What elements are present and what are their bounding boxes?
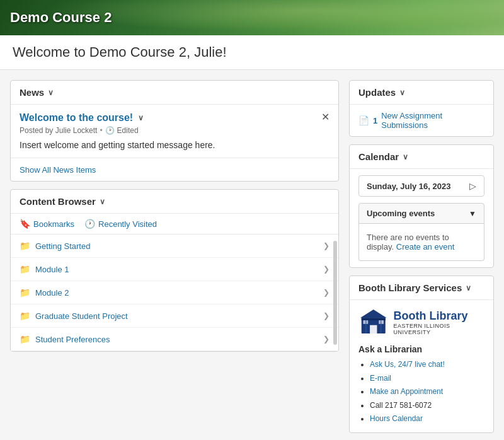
recently-visited-label: Recently Visited [98,219,157,229]
booth-live-chat-link[interactable]: Ask Us, 24/7 live chat! [370,360,445,369]
content-browser-label: Content Browser [20,196,96,207]
update-link[interactable]: New Assignment Submissions [381,111,484,130]
cb-item-chevron-icon: ❯ [323,335,329,344]
booth-link-item: Hours Calendar [370,412,484,426]
updates-label: Updates [358,87,396,98]
cb-item-chevron-icon: ❯ [323,241,329,250]
folder-icon: 📁 [20,334,30,344]
cb-item-label: Getting Started [35,241,90,251]
news-item: Welcome to the course! ∨ ✕ Posted by Jul… [11,105,338,158]
clock-icon: 🕐 [84,219,95,229]
cb-item-chevron-icon: ❯ [323,311,329,320]
upcoming-events-body: There are no events to display. Create a… [358,224,484,261]
booth-label: Booth Library Services [358,282,462,293]
main-content: News ∨ Welcome to the course! ∨ ✕ Posted… [0,70,504,440]
cb-item-label: Student Preferences [35,335,110,344]
create-event-link[interactable]: Create an event [396,242,455,252]
news-meta: Posted by Julie Lockett • 🕑 Edited [20,126,329,135]
folder-icon: 📁 [20,287,30,298]
calendar-chevron-icon: ∨ [403,153,408,161]
welcome-bar: Welcome to Demo Course 2, Julie! [0,35,504,70]
booth-appointment-link[interactable]: Make an Appointment [370,387,443,396]
left-column: News ∨ Welcome to the course! ∨ ✕ Posted… [10,80,339,433]
folder-icon: 📁 [20,264,30,274]
calendar-header[interactable]: Calendar ∨ [350,145,493,169]
content-browser-tabs: 🔖 Bookmarks 🕐 Recently Visited [11,214,338,234]
upcoming-events-chevron-icon: ▼ [469,209,476,218]
cb-item-label: Module 2 [35,288,69,298]
booth-link-item: Make an Appointment [370,385,484,399]
booth-email-link[interactable]: E-mail [370,374,391,383]
booth-logo-text: Booth Library Eastern Illinois Universit… [394,310,484,335]
booth-link-item: Call 217 581-6072 [370,399,484,413]
recently-visited-tab[interactable]: 🕐 Recently Visited [84,219,157,229]
svg-marker-2 [360,310,387,318]
news-item-title[interactable]: Welcome to the course! ∨ [20,112,329,124]
news-close-button[interactable]: ✕ [321,112,329,122]
updates-header[interactable]: Updates ∨ [350,81,493,105]
news-item-title-chevron: ∨ [138,113,144,122]
news-panel-header[interactable]: News ∨ [11,81,338,105]
cb-item-grad-project[interactable]: 📁 Graduate Student Project ❯ [11,304,338,328]
booth-logo-sub: Eastern Illinois University [394,323,484,335]
news-edited-icon: 🕑 [105,126,115,135]
calendar-date: Sunday, July 16, 2023 [367,182,450,191]
content-browser-panel: Content Browser ∨ 🔖 Bookmarks 🕐 Recently… [10,189,339,352]
update-item: 📄 1 New Assignment Submissions [358,111,484,130]
svg-rect-6 [365,320,367,333]
booth-logo-icon [358,306,389,338]
course-header: Demo Course 2 [0,0,504,35]
bookmarks-label: Bookmarks [33,219,74,229]
content-browser-items: 📁 Getting Started ❯ 📁 Module 1 ❯ 📁 Mo [11,234,338,351]
content-browser-chevron-icon: ∨ [100,197,105,206]
cb-item-module1[interactable]: 📁 Module 1 ❯ [11,258,338,281]
course-title: Demo Course 2 [10,9,112,26]
calendar-panel: Calendar ∨ Sunday, July 16, 2023 ▷ Upcom… [349,144,494,268]
cb-item-chevron-icon: ❯ [323,265,329,274]
calendar-date-row[interactable]: Sunday, July 16, 2023 ▷ [358,175,484,197]
right-column: Updates ∨ 📄 1 New Assignment Submissions… [349,80,494,433]
upcoming-events-title: Upcoming events [367,209,435,218]
booth-logo-main: Booth Library [394,310,484,323]
booth-content: Booth Library Eastern Illinois Universit… [350,300,493,432]
bookmarks-tab[interactable]: 🔖 Bookmarks [20,219,74,229]
news-panel: News ∨ Welcome to the course! ∨ ✕ Posted… [10,80,339,182]
booth-header[interactable]: Booth Library Services ∨ [350,276,493,300]
bookmark-icon: 🔖 [20,219,30,229]
show-all-news-link[interactable]: Show All News Items [20,165,96,175]
booth-chevron-icon: ∨ [466,284,471,292]
calendar-content: Sunday, July 16, 2023 ▷ Upcoming events … [350,169,493,267]
content-browser-header[interactable]: Content Browser ∨ [11,190,338,214]
cb-item-getting-started[interactable]: 📁 Getting Started ❯ [11,234,338,258]
news-footer: Show All News Items [11,158,338,181]
updates-content: 📄 1 New Assignment Submissions [350,105,493,136]
booth-link-item: E-mail [370,372,484,386]
calendar-next-icon[interactable]: ▷ [469,181,476,191]
cb-item-module2[interactable]: 📁 Module 2 ❯ [11,281,338,304]
booth-phone-text: Call 217 581-6072 [370,401,432,410]
booth-link-item: Ask Us, 24/7 live chat! [370,358,484,372]
updates-chevron-icon: ∨ [399,88,405,97]
svg-rect-1 [362,318,386,320]
news-chevron-icon: ∨ [48,88,54,97]
svg-rect-7 [380,320,382,333]
cb-item-chevron-icon: ❯ [323,288,329,297]
cb-item-label: Module 1 [35,265,69,274]
booth-library-panel: Booth Library Services ∨ [349,275,494,433]
assignment-icon: 📄 [358,115,369,125]
booth-hours-link[interactable]: Hours Calendar [370,414,423,423]
folder-icon: 📁 [20,241,30,251]
cb-item-label: Graduate Student Project [35,311,128,321]
scrollbar[interactable] [333,241,337,345]
updates-panel: Updates ∨ 📄 1 New Assignment Submissions [349,80,494,137]
news-section-label: News [20,87,44,98]
cb-item-student-prefs[interactable]: 📁 Student Preferences ❯ [11,328,338,351]
update-count: 1 [373,116,377,125]
news-body: Insert welcome and getting started messa… [20,140,329,150]
upcoming-events-header[interactable]: Upcoming events ▼ [358,203,484,224]
svg-rect-3 [370,325,377,333]
booth-links-list: Ask Us, 24/7 live chat! E-mail Make an A… [358,358,484,426]
calendar-label: Calendar [358,151,399,162]
booth-ask-title: Ask a Librarian [358,344,484,354]
welcome-text: Welcome to Demo Course 2, Julie! [13,44,227,60]
